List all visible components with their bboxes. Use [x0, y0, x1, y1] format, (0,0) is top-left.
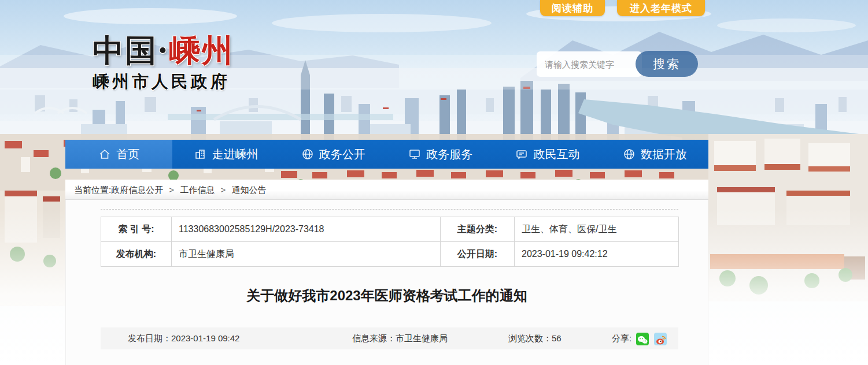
nav-item-label: 政务公开: [319, 147, 365, 162]
meta-source: 信息来源：市卫生健康局: [352, 327, 448, 349]
meta-share: 分享:: [612, 327, 667, 349]
table-row: 索 引 号: 11330683002585129H/2023-73418 主题分…: [101, 217, 679, 242]
search-button[interactable]: 搜索: [636, 51, 698, 77]
building-icon: [194, 148, 206, 161]
content-area: 索 引 号: 11330683002585129H/2023-73418 主题分…: [65, 200, 708, 365]
issuing-agency-label: 发布机构:: [101, 242, 172, 267]
meta-share-label: 分享:: [612, 333, 631, 343]
nav-item-open-data[interactable]: 数据开放: [601, 140, 708, 169]
elderly-mode-button[interactable]: 进入老年模式: [617, 0, 705, 16]
breadcrumb-prefix: 当前位置:: [74, 185, 111, 195]
logo-title-china: 中国·: [93, 32, 169, 69]
issuing-agency-value: 市卫生健康局: [172, 242, 441, 267]
logo-subtitle: 嵊州市人民政府: [93, 70, 283, 94]
nav-item-label: 数据开放: [641, 147, 687, 162]
weibo-share-icon[interactable]: [654, 333, 667, 345]
nav-item-home[interactable]: 首页: [65, 140, 172, 169]
meta-publish-date: 发布日期：2023-01-19 09:42: [128, 327, 239, 349]
globe-icon: [623, 148, 636, 161]
breadcrumb-link-work-info[interactable]: 工作信息: [180, 185, 215, 195]
nav-item-public-interaction[interactable]: 政民互动: [494, 140, 601, 169]
article-meta-bar: 发布日期：2023-01-19 09:42 信息来源：市卫生健康局 浏览次数：5…: [101, 327, 678, 349]
main-navigation: 首页 走进嵊州 政务公开 政务服务 政民互动 数据开放: [65, 140, 708, 169]
nav-item-about[interactable]: 走进嵊州: [172, 140, 279, 169]
document-info-table: 索 引 号: 11330683002585129H/2023-73418 主题分…: [101, 217, 679, 267]
article-title: 关于做好我市2023年医师资格考试工作的通知: [66, 286, 708, 305]
logo-title: 中国·嵊州: [93, 33, 283, 67]
table-row: 发布机构: 市卫生健康局 公开日期: 2023-01-19 09:42:12: [101, 242, 679, 267]
index-number-value: 11330683002585129H/2023-73418: [172, 217, 441, 242]
breadcrumb-separator: >: [169, 185, 174, 195]
monitor-icon: [408, 148, 421, 161]
index-number-label: 索 引 号:: [101, 217, 172, 242]
meta-publish-date-label: 发布日期：: [128, 333, 171, 343]
meta-views-label: 浏览次数：: [508, 333, 552, 343]
wechat-share-icon[interactable]: [636, 333, 649, 345]
home-icon: [98, 148, 111, 161]
logo-title-shengzhou: 嵊州: [169, 32, 234, 69]
meta-views-value: 56: [552, 333, 562, 343]
breadcrumb-separator: >: [220, 185, 226, 195]
nav-item-gov-services[interactable]: 政务服务: [387, 140, 494, 169]
chat-icon: [515, 148, 528, 161]
breadcrumb-link-gov-info[interactable]: 政府信息公开: [111, 185, 163, 195]
meta-source-value: 市卫生健康局: [396, 333, 448, 343]
dashed-divider: [101, 209, 678, 210]
nav-item-label: 走进嵊州: [212, 147, 258, 162]
topic-category-value: 卫生、体育、医保/卫生: [515, 217, 679, 242]
site-logo[interactable]: 中国·嵊州 嵊州市人民政府: [93, 33, 283, 94]
meta-publish-date-value: 2023-01-19 09:42: [171, 333, 239, 343]
meta-views: 浏览次数：56: [508, 327, 562, 349]
nav-item-label: 政民互动: [533, 147, 579, 162]
nav-item-gov-disclosure[interactable]: 政务公开: [280, 140, 387, 169]
meta-source-label: 信息来源：: [352, 333, 396, 343]
nav-item-label: 首页: [116, 147, 139, 162]
globe-icon: [301, 148, 314, 161]
search-input[interactable]: [537, 51, 642, 77]
breadcrumb: 当前位置:政府信息公开 > 工作信息 > 通知公告: [65, 180, 708, 200]
publish-date-label: 公开日期:: [441, 242, 515, 267]
reading-aid-button[interactable]: 阅读辅助: [540, 0, 605, 16]
publish-date-value: 2023-01-19 09:42:12: [515, 242, 679, 267]
breadcrumb-current: 通知公告: [231, 185, 266, 195]
nav-item-label: 政务服务: [426, 147, 472, 162]
topic-category-label: 主题分类:: [441, 217, 515, 242]
